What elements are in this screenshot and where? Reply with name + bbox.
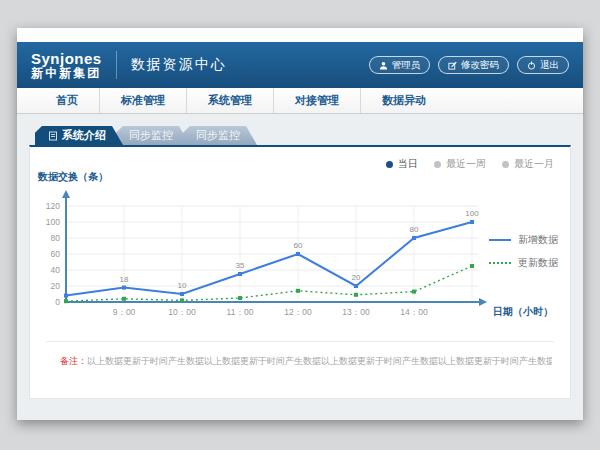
tab-label: 系统介绍 <box>62 128 106 143</box>
filter-today[interactable]: 当日 <box>386 157 418 171</box>
note-divider <box>46 341 554 342</box>
svg-text:11：00: 11：00 <box>227 307 254 317</box>
tab-sync-monitor-1[interactable]: 同步监控 <box>116 126 190 145</box>
svg-text:80: 80 <box>51 233 61 243</box>
nav-item-standard-mgmt[interactable]: 标准管理 <box>99 88 186 113</box>
svg-text:60: 60 <box>51 249 61 259</box>
radio-dot <box>386 161 393 168</box>
tab-panel: 当日 最近一周 最近一月 0204060801001209：0010：0011：… <box>29 145 571 399</box>
footnote-prefix: 备注： <box>60 356 87 366</box>
user-icon <box>379 61 388 70</box>
svg-text:20: 20 <box>352 273 361 282</box>
brand-logo: Synjones 新中新集团 <box>31 51 102 79</box>
svg-text:18: 18 <box>120 275 129 284</box>
chart-filters: 当日 最近一周 最近一月 <box>386 157 554 171</box>
svg-text:14：00: 14：00 <box>400 307 428 317</box>
svg-text:120: 120 <box>46 201 60 211</box>
nav-label: 系统管理 <box>208 93 252 108</box>
nav-label: 标准管理 <box>121 93 165 108</box>
filter-last-month[interactable]: 最近一月 <box>502 157 554 171</box>
user-button-label: 管理员 <box>392 59 421 72</box>
legend-label: 更新数据 <box>518 256 558 270</box>
tab-label: 同步监控 <box>129 128 173 143</box>
main-nav: 首页 标准管理 系统管理 对接管理 数据异动 <box>17 88 583 114</box>
nav-item-system-mgmt[interactable]: 系统管理 <box>186 88 273 113</box>
user-button[interactable]: 管理员 <box>369 56 431 74</box>
legend-item-update-data[interactable]: 更新数据 <box>489 256 558 270</box>
svg-text:数据交换（条）: 数据交换（条） <box>37 171 108 182</box>
nav-label: 对接管理 <box>295 93 339 108</box>
tab-sync-monitor-2[interactable]: 同步监控 <box>183 126 257 145</box>
svg-text:0: 0 <box>55 297 60 307</box>
top-strip <box>17 28 583 42</box>
filter-last-week[interactable]: 最近一周 <box>434 157 486 171</box>
green-line-sample <box>489 262 511 264</box>
filter-label: 当日 <box>398 157 418 171</box>
svg-text:13：00: 13：00 <box>342 307 370 317</box>
nav-item-home[interactable]: 首页 <box>35 88 99 113</box>
svg-text:60: 60 <box>294 241 303 250</box>
radio-dot <box>434 161 441 168</box>
nav-item-data-change[interactable]: 数据异动 <box>360 88 447 113</box>
document-icon <box>48 131 58 141</box>
filter-label: 最近一月 <box>514 157 554 171</box>
change-password-label: 修改密码 <box>461 59 499 72</box>
svg-text:10: 10 <box>178 281 187 290</box>
svg-text:100: 100 <box>465 209 479 218</box>
header-divider <box>116 51 117 79</box>
tab-label: 同步监控 <box>196 128 240 143</box>
nav-label: 数据异动 <box>382 93 426 108</box>
logout-button[interactable]: 退出 <box>517 56 569 74</box>
page-title: 数据资源中心 <box>131 56 227 74</box>
legend-item-new-data[interactable]: 新增数据 <box>489 233 558 247</box>
blue-line-sample <box>489 239 511 241</box>
content-area: 系统介绍 同步监控 同步监控 当日 最近一周 <box>17 114 583 420</box>
svg-text:20: 20 <box>51 281 61 291</box>
tab-bar: 系统介绍 同步监控 同步监控 <box>35 126 583 145</box>
footnote-text: 以上数据更新于时间产生数据以上数据更新于时间产生数据以上数据更新于时间产生数据以… <box>87 356 552 366</box>
nav-item-interface-mgmt[interactable]: 对接管理 <box>273 88 360 113</box>
svg-text:12：00: 12：00 <box>284 307 312 317</box>
brand-name: Synjones <box>31 51 102 67</box>
logout-label: 退出 <box>540 59 559 72</box>
svg-text:40: 40 <box>51 265 61 275</box>
change-password-button[interactable]: 修改密码 <box>438 56 509 74</box>
app-window: Synjones 新中新集团 数据资源中心 管理员 修改密码 <box>17 28 583 420</box>
tab-system-intro[interactable]: 系统介绍 <box>35 126 123 145</box>
svg-text:35: 35 <box>236 261 245 270</box>
edit-icon <box>448 61 457 70</box>
svg-text:100: 100 <box>46 217 60 227</box>
power-icon <box>527 61 536 70</box>
svg-text:10：00: 10：00 <box>168 307 196 317</box>
radio-dot <box>502 161 509 168</box>
svg-text:日期（小时）: 日期（小时） <box>493 306 553 317</box>
brand-subtitle: 新中新集团 <box>31 67 102 80</box>
filter-label: 最近一周 <box>446 157 486 171</box>
legend-label: 新增数据 <box>518 233 558 247</box>
svg-text:80: 80 <box>410 225 419 234</box>
footnote: 备注：以上数据更新于时间产生数据以上数据更新于时间产生数据以上数据更新于时间产生… <box>60 355 552 368</box>
header-actions: 管理员 修改密码 退出 <box>369 56 570 74</box>
svg-text:9：00: 9：00 <box>113 307 136 317</box>
app-header: Synjones 新中新集团 数据资源中心 管理员 修改密码 <box>17 42 583 88</box>
nav-label: 首页 <box>56 93 78 108</box>
chart-legend: 新增数据 更新数据 <box>489 233 558 279</box>
